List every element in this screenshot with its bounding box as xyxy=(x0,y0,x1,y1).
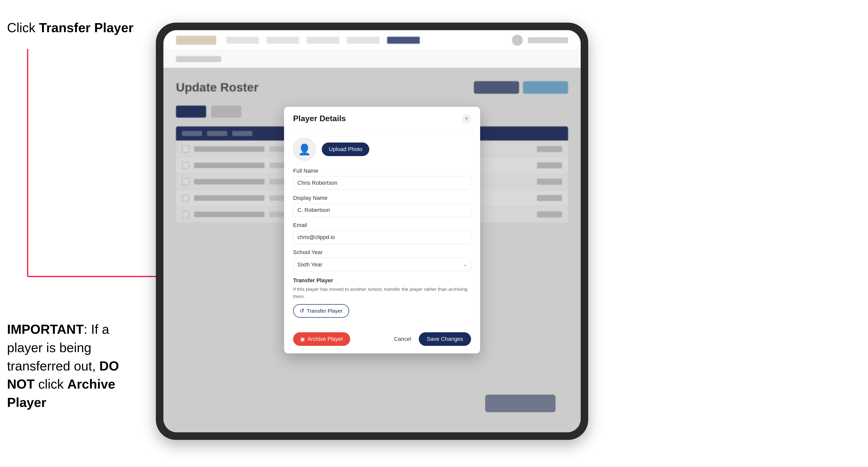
upload-photo-button[interactable]: Upload Photo xyxy=(322,143,369,156)
avatar-icon: 👤 xyxy=(298,143,311,156)
save-changes-button[interactable]: Save Changes xyxy=(419,332,471,346)
nav-teams xyxy=(267,37,299,44)
nav-settings xyxy=(347,37,379,44)
header-name xyxy=(528,37,568,43)
display-name-input[interactable] xyxy=(293,203,471,217)
app-logo xyxy=(176,36,216,45)
archive-player-label: Archive Player xyxy=(307,336,343,342)
archive-player-button[interactable]: ▣ Archive Player xyxy=(293,332,350,346)
email-label: Email xyxy=(293,222,471,228)
full-name-input[interactable] xyxy=(293,176,471,190)
nav-dashboard xyxy=(226,37,259,44)
tablet-screen: Update Roster xyxy=(163,30,581,432)
instruction-top: Click Transfer Player xyxy=(7,20,133,35)
avatar-circle: 👤 xyxy=(293,138,316,161)
breadcrumb xyxy=(176,56,221,62)
transfer-player-section: Transfer Player If this player has moved… xyxy=(293,277,471,318)
modal-body: 👤 Upload Photo Full Name xyxy=(284,130,480,327)
avatar-section: 👤 Upload Photo xyxy=(293,138,471,161)
modal-close-button[interactable]: × xyxy=(462,114,471,123)
school-year-select[interactable]: First Year Second Year Third Year Fourth… xyxy=(293,258,471,271)
nav-items xyxy=(226,37,502,44)
content-area: Update Roster xyxy=(163,68,581,432)
footer-right: Cancel Save Changes xyxy=(392,332,471,346)
player-details-modal: Player Details × 👤 Upload Photo xyxy=(284,107,480,353)
tablet-inner: Update Roster xyxy=(163,30,581,432)
nav-players xyxy=(307,37,339,44)
nav-more xyxy=(387,37,420,44)
email-group: Email xyxy=(293,222,471,244)
modal-title: Player Details xyxy=(293,114,346,123)
header-avatar xyxy=(512,35,523,46)
school-year-select-wrapper: First Year Second Year Third Year Fourth… xyxy=(293,258,471,271)
transfer-section-title: Transfer Player xyxy=(293,277,471,284)
display-name-label: Display Name xyxy=(293,195,471,201)
email-input[interactable] xyxy=(293,230,471,244)
tablet-device: Update Roster xyxy=(156,23,588,440)
app-header xyxy=(163,30,581,50)
archive-icon: ▣ xyxy=(300,336,305,342)
full-name-group: Full Name xyxy=(293,168,471,190)
transfer-player-label: Transfer Player xyxy=(307,308,343,314)
header-right xyxy=(512,35,568,46)
full-name-label: Full Name xyxy=(293,168,471,174)
transfer-icon: ↺ xyxy=(300,308,304,314)
school-year-label: School Year xyxy=(293,249,471,256)
modal-overlay: Player Details × 👤 Upload Photo xyxy=(163,68,581,432)
transfer-description: If this player has moved to another scho… xyxy=(293,286,471,300)
sub-header xyxy=(163,50,581,68)
display-name-group: Display Name xyxy=(293,195,471,217)
modal-header: Player Details × xyxy=(284,107,480,130)
cancel-button[interactable]: Cancel xyxy=(392,332,413,346)
school-year-group: School Year First Year Second Year Third… xyxy=(293,249,471,271)
transfer-player-button[interactable]: ↺ Transfer Player xyxy=(293,304,349,318)
modal-footer: ▣ Archive Player Cancel Save Changes xyxy=(284,327,480,353)
instruction-bottom: IMPORTANT: If a player is being transfer… xyxy=(7,320,143,412)
